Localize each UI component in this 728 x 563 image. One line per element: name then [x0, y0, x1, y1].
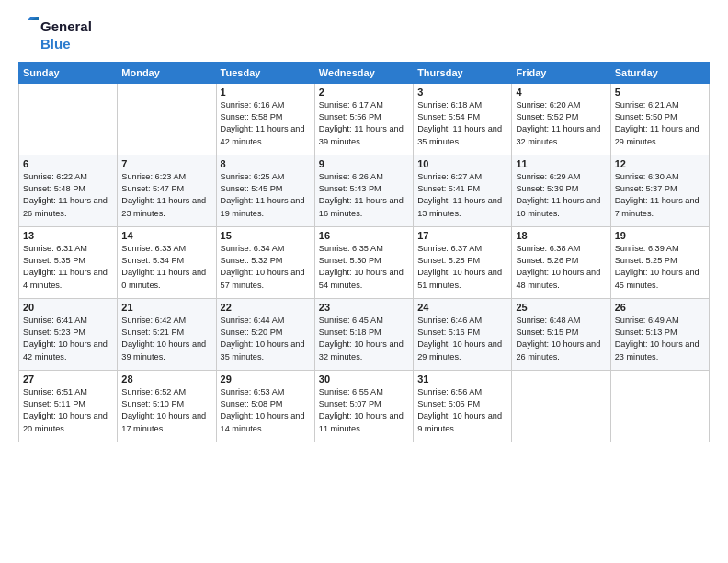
col-header-thursday: Thursday	[414, 62, 512, 83]
day-number: 21	[121, 302, 211, 313]
cell-content: Sunrise: 6:35 AM Sunset: 5:30 PM Dayligh…	[319, 243, 409, 292]
cell-content: Sunrise: 6:23 AM Sunset: 5:47 PM Dayligh…	[121, 171, 211, 220]
day-number: 4	[516, 86, 606, 98]
week-row-1: 1Sunrise: 6:16 AM Sunset: 5:58 PM Daylig…	[19, 83, 710, 155]
cell-content: Sunrise: 6:25 AM Sunset: 5:45 PM Dayligh…	[221, 171, 311, 220]
day-number: 31	[417, 373, 507, 385]
day-number: 1	[221, 86, 311, 98]
week-row-2: 6Sunrise: 6:22 AM Sunset: 5:48 PM Daylig…	[19, 155, 710, 226]
cell-content: Sunrise: 6:33 AM Sunset: 5:34 PM Dayligh…	[121, 243, 211, 292]
day-number: 28	[121, 373, 211, 385]
day-number: 2	[319, 86, 409, 98]
header: General Blue	[18, 17, 710, 52]
cell-content: Sunrise: 6:31 AM Sunset: 5:35 PM Dayligh…	[23, 243, 113, 292]
day-number: 29	[221, 373, 311, 385]
calendar-cell: 23Sunrise: 6:45 AM Sunset: 5:18 PM Dayli…	[314, 298, 413, 370]
day-number: 10	[417, 158, 507, 169]
calendar-cell	[610, 370, 709, 442]
week-row-4: 20Sunrise: 6:41 AM Sunset: 5:23 PM Dayli…	[19, 298, 710, 370]
day-number: 13	[23, 230, 113, 241]
day-number: 19	[615, 230, 705, 241]
day-number: 17	[417, 230, 507, 241]
day-number: 18	[516, 230, 606, 241]
calendar-table: SundayMondayTuesdayWednesdayThursdayFrid…	[18, 62, 710, 442]
calendar-cell: 17Sunrise: 6:37 AM Sunset: 5:28 PM Dayli…	[414, 226, 512, 298]
calendar-cell	[512, 370, 610, 442]
cell-content: Sunrise: 6:53 AM Sunset: 5:08 PM Dayligh…	[221, 386, 311, 435]
cell-content: Sunrise: 6:26 AM Sunset: 5:43 PM Dayligh…	[319, 171, 409, 220]
calendar-cell: 11Sunrise: 6:29 AM Sunset: 5:39 PM Dayli…	[512, 155, 610, 226]
week-row-3: 13Sunrise: 6:31 AM Sunset: 5:35 PM Dayli…	[19, 226, 710, 298]
day-number: 20	[23, 302, 113, 313]
cell-content: Sunrise: 6:51 AM Sunset: 5:11 PM Dayligh…	[23, 386, 113, 435]
cell-content: Sunrise: 6:39 AM Sunset: 5:25 PM Dayligh…	[615, 243, 705, 292]
calendar-cell: 13Sunrise: 6:31 AM Sunset: 5:35 PM Dayli…	[19, 226, 118, 298]
day-number: 8	[221, 158, 311, 169]
calendar-cell: 2Sunrise: 6:17 AM Sunset: 5:56 PM Daylig…	[314, 83, 413, 155]
cell-content: Sunrise: 6:34 AM Sunset: 5:32 PM Dayligh…	[221, 243, 311, 292]
calendar-cell: 8Sunrise: 6:25 AM Sunset: 5:45 PM Daylig…	[216, 155, 314, 226]
day-number: 25	[516, 302, 606, 313]
cell-content: Sunrise: 6:55 AM Sunset: 5:07 PM Dayligh…	[319, 386, 409, 435]
day-number: 12	[615, 158, 705, 169]
calendar-cell: 7Sunrise: 6:23 AM Sunset: 5:47 PM Daylig…	[118, 155, 216, 226]
day-number: 16	[319, 230, 409, 241]
cell-content: Sunrise: 6:37 AM Sunset: 5:28 PM Dayligh…	[417, 243, 507, 292]
day-number: 5	[615, 86, 705, 98]
col-header-saturday: Saturday	[610, 62, 709, 83]
cell-content: Sunrise: 6:56 AM Sunset: 5:05 PM Dayligh…	[417, 386, 507, 435]
calendar-cell: 12Sunrise: 6:30 AM Sunset: 5:37 PM Dayli…	[610, 155, 709, 226]
calendar-cell: 9Sunrise: 6:26 AM Sunset: 5:43 PM Daylig…	[314, 155, 413, 226]
day-number: 14	[121, 230, 211, 241]
cell-content: Sunrise: 6:41 AM Sunset: 5:23 PM Dayligh…	[23, 315, 113, 363]
calendar-cell: 29Sunrise: 6:53 AM Sunset: 5:08 PM Dayli…	[216, 370, 314, 442]
day-number: 22	[221, 302, 311, 313]
day-number: 6	[23, 158, 113, 169]
day-number: 3	[417, 86, 507, 98]
cell-content: Sunrise: 6:27 AM Sunset: 5:41 PM Dayligh…	[417, 171, 507, 220]
calendar-cell	[19, 83, 118, 155]
calendar-cell	[118, 83, 216, 155]
cell-content: Sunrise: 6:42 AM Sunset: 5:21 PM Dayligh…	[121, 315, 211, 363]
col-header-sunday: Sunday	[19, 62, 118, 83]
cell-content: Sunrise: 6:30 AM Sunset: 5:37 PM Dayligh…	[615, 171, 705, 220]
calendar-cell: 3Sunrise: 6:18 AM Sunset: 5:54 PM Daylig…	[414, 83, 512, 155]
cell-content: Sunrise: 6:44 AM Sunset: 5:20 PM Dayligh…	[221, 315, 311, 363]
cell-content: Sunrise: 6:16 AM Sunset: 5:58 PM Dayligh…	[221, 99, 311, 148]
cell-content: Sunrise: 6:49 AM Sunset: 5:13 PM Dayligh…	[615, 315, 705, 363]
cell-content: Sunrise: 6:29 AM Sunset: 5:39 PM Dayligh…	[516, 171, 606, 220]
calendar-cell: 25Sunrise: 6:48 AM Sunset: 5:15 PM Dayli…	[512, 298, 610, 370]
cell-content: Sunrise: 6:22 AM Sunset: 5:48 PM Dayligh…	[23, 171, 113, 220]
logo-blue: Blue	[40, 37, 71, 52]
calendar-cell: 1Sunrise: 6:16 AM Sunset: 5:58 PM Daylig…	[216, 83, 314, 155]
logo-bird-icon	[18, 17, 39, 37]
calendar-cell: 20Sunrise: 6:41 AM Sunset: 5:23 PM Dayli…	[19, 298, 118, 370]
day-number: 26	[615, 302, 705, 313]
cell-content: Sunrise: 6:48 AM Sunset: 5:15 PM Dayligh…	[516, 315, 606, 363]
day-number: 27	[23, 373, 113, 385]
calendar-cell: 22Sunrise: 6:44 AM Sunset: 5:20 PM Dayli…	[216, 298, 314, 370]
calendar-page: General Blue SundayMondayTuesdayWednesda…	[0, 0, 728, 563]
calendar-cell: 27Sunrise: 6:51 AM Sunset: 5:11 PM Dayli…	[19, 370, 118, 442]
day-number: 24	[417, 302, 507, 313]
week-row-5: 27Sunrise: 6:51 AM Sunset: 5:11 PM Dayli…	[19, 370, 710, 442]
logo-general: General	[40, 19, 92, 35]
header-row: SundayMondayTuesdayWednesdayThursdayFrid…	[19, 62, 710, 83]
day-number: 7	[121, 158, 211, 169]
day-number: 15	[221, 230, 311, 241]
calendar-cell: 16Sunrise: 6:35 AM Sunset: 5:30 PM Dayli…	[314, 226, 413, 298]
calendar-cell: 15Sunrise: 6:34 AM Sunset: 5:32 PM Dayli…	[216, 226, 314, 298]
col-header-wednesday: Wednesday	[314, 62, 413, 83]
calendar-cell: 6Sunrise: 6:22 AM Sunset: 5:48 PM Daylig…	[19, 155, 118, 226]
cell-content: Sunrise: 6:20 AM Sunset: 5:52 PM Dayligh…	[516, 99, 606, 148]
calendar-cell: 19Sunrise: 6:39 AM Sunset: 5:25 PM Dayli…	[610, 226, 709, 298]
cell-content: Sunrise: 6:17 AM Sunset: 5:56 PM Dayligh…	[319, 99, 409, 148]
calendar-cell: 21Sunrise: 6:42 AM Sunset: 5:21 PM Dayli…	[118, 298, 216, 370]
day-number: 23	[319, 302, 409, 313]
calendar-cell: 30Sunrise: 6:55 AM Sunset: 5:07 PM Dayli…	[314, 370, 413, 442]
calendar-cell: 24Sunrise: 6:46 AM Sunset: 5:16 PM Dayli…	[414, 298, 512, 370]
col-header-tuesday: Tuesday	[216, 62, 314, 83]
calendar-cell: 28Sunrise: 6:52 AM Sunset: 5:10 PM Dayli…	[118, 370, 216, 442]
cell-content: Sunrise: 6:52 AM Sunset: 5:10 PM Dayligh…	[121, 386, 211, 435]
calendar-cell: 18Sunrise: 6:38 AM Sunset: 5:26 PM Dayli…	[512, 226, 610, 298]
